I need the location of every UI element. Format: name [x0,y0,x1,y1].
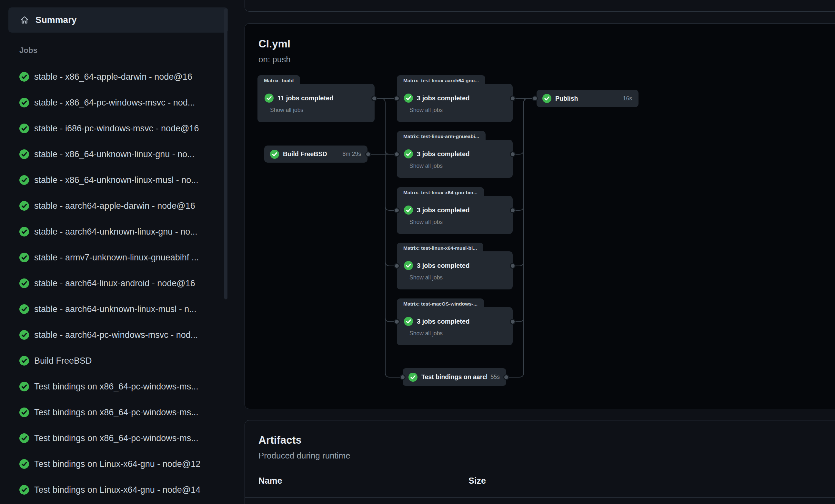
job-label: Test bindings on x86_64-pc-windows-ms... [34,407,199,418]
check-circle-icon [19,149,29,159]
job-label: stable - aarch64-unknown-linux-musl - n.… [34,304,197,314]
check-circle-icon [542,94,551,103]
job-label: stable - i686-pc-windows-msvc - node@16 [34,124,199,134]
node-duration: 8m 29s [343,151,361,158]
check-circle-icon [404,317,413,326]
check-circle-icon [19,201,29,211]
sidebar-job-item[interactable]: Test bindings on x86_64-pc-windows-ms... [0,400,229,425]
node-build-freebsd[interactable]: Build FreeBSD 8m 29s [264,145,367,163]
check-circle-icon [265,94,273,103]
show-all-jobs-link[interactable]: Show all jobs [409,330,443,337]
workflow-graph-card: CI.yml on: push [245,23,835,409]
node-duration: 16s [623,95,632,102]
sidebar-job-item[interactable]: stable - aarch64-linux-android - node@16 [0,270,229,296]
check-circle-icon [19,382,29,391]
sidebar-job-item[interactable]: stable - aarch64-unknown-linux-gnu - no.… [0,219,229,245]
artifacts-title: Artifacts [259,434,302,446]
show-all-jobs-link[interactable]: Show all jobs [409,274,443,281]
run-sidebar: Summary Jobs stable - x86_64-apple-darwi… [0,0,229,504]
check-circle-icon [404,94,413,103]
sidebar-job-item[interactable]: stable - aarch64-apple-darwin - node@16 [0,193,229,219]
sidebar-job-item[interactable]: Test bindings on Linux-x64-gnu - node@12 [0,451,229,477]
job-label: stable - aarch64-apple-darwin - node@16 [34,201,195,211]
check-circle-icon [19,175,29,185]
node-status-text: 3 jobs completed [417,318,469,325]
node-status-text: 3 jobs completed [417,150,469,158]
node-label: Build FreeBSD [283,150,339,158]
job-label: stable - x86_64-unknown-linux-gnu - no..… [34,149,195,159]
show-all-jobs-link[interactable]: Show all jobs [409,107,443,114]
job-label: stable - x86_64-unknown-linux-musl - no.… [34,175,199,185]
check-circle-icon [19,485,29,495]
show-all-jobs-link[interactable]: Show all jobs [409,163,443,169]
node-status-text: 3 jobs completed [417,95,469,102]
check-circle-icon [404,205,413,215]
check-circle-icon [19,72,29,82]
job-label: stable - x86_64-apple-darwin - node@16 [34,72,192,82]
node-matrix-test[interactable]: 3 jobs completed Show all jobs [397,251,513,289]
job-label: Test bindings on x86_64-pc-windows-ms... [34,382,199,392]
sidebar-job-item[interactable]: Test bindings on x86_64-pc-windows-ms... [0,374,229,400]
check-circle-icon [19,330,29,340]
check-circle-icon [19,227,29,237]
node-matrix-test[interactable]: 3 jobs completed Show all jobs [397,196,513,234]
job-label: Test bindings on Linux-x64-gnu - node@14 [34,485,200,495]
show-all-jobs-link[interactable]: Show all jobs [409,219,443,225]
show-all-jobs-link[interactable]: Show all jobs [270,107,303,114]
artifacts-card: Artifacts Produced during runtime Name S… [245,420,835,504]
sidebar-job-item[interactable]: Test bindings on x86_64-pc-windows-ms... [0,425,229,451]
check-circle-icon [270,150,279,159]
sidebar-item-summary[interactable]: Summary [8,7,228,33]
node-label: Test bindings on aarch64... [421,373,487,381]
sidebar-job-item[interactable]: stable - armv7-unknown-linux-gnueabihf .… [0,245,229,270]
job-label: Test bindings on x86_64-pc-windows-ms... [34,434,199,443]
sidebar-job-item[interactable]: stable - x86_64-unknown-linux-musl - no.… [0,167,229,193]
node-publish[interactable]: Publish 16s [536,90,638,107]
check-circle-icon [404,149,413,158]
job-label: stable - aarch64-unknown-linux-gnu - no.… [34,227,198,237]
sidebar-job-item[interactable]: Test bindings on Linux-x64-gnu - node@14 [0,477,229,503]
artifacts-table-divider [245,497,835,498]
sidebar-job-item[interactable]: Build FreeBSD [0,348,229,374]
check-circle-icon [19,356,29,366]
workflow-graph-canvas: Matrix: build 11 jobs completed Show all… [245,23,835,409]
node-label: Publish [555,95,619,102]
artifacts-column-size: Size [468,476,486,486]
sidebar-job-item[interactable]: stable - x86_64-apple-darwin - node@16 [0,64,229,90]
check-circle-icon [19,407,29,417]
graph-edges [245,23,835,409]
sidebar-job-item[interactable]: stable - aarch64-pc-windows-msvc - nod..… [0,322,229,348]
sidebar-job-item[interactable]: stable - aarch64-unknown-linux-musl - n.… [0,296,229,322]
sidebar-job-item[interactable]: stable - i686-pc-windows-msvc - node@16 [0,116,229,141]
node-duration: 55s [491,374,500,380]
job-label: Test bindings on Linux-x64-gnu - node@12 [34,459,200,469]
node-matrix-build[interactable]: 11 jobs completed Show all jobs [258,84,374,122]
summary-label: Summary [36,15,77,25]
check-circle-icon [19,253,29,262]
node-matrix-test[interactable]: 3 jobs completed Show all jobs [397,140,513,178]
check-circle-icon [408,373,418,382]
home-icon [20,16,29,24]
artifacts-column-name: Name [259,476,282,486]
node-test-bindings-aarch64[interactable]: Test bindings on aarch64... 55s [403,368,506,386]
sidebar-job-item[interactable]: stable - x86_64-unknown-linux-gnu - no..… [0,141,229,167]
check-circle-icon [19,434,29,443]
job-label: Build FreeBSD [34,356,92,366]
check-circle-icon [19,459,29,469]
artifacts-subtitle: Produced during runtime [259,451,350,461]
graph-ports [245,23,835,409]
jobs-list: stable - x86_64-apple-darwin - node@16 s… [0,64,229,503]
sidebar-scrollbar-thumb[interactable] [224,8,227,299]
check-circle-icon [19,304,29,314]
node-matrix-test[interactable]: 3 jobs completed Show all jobs [397,84,513,122]
job-label: stable - aarch64-linux-android - node@16 [34,279,195,288]
node-status-text: 3 jobs completed [417,262,469,269]
check-circle-icon [404,261,413,270]
jobs-section-header: Jobs [19,46,37,55]
check-circle-icon [19,279,29,288]
job-label: stable - aarch64-pc-windows-msvc - nod..… [34,330,198,340]
node-matrix-test[interactable]: 3 jobs completed Show all jobs [397,307,513,345]
sidebar-job-item[interactable]: stable - x86_64-pc-windows-msvc - nod... [0,90,229,116]
check-circle-icon [19,124,29,133]
node-status-text: 3 jobs completed [417,206,469,214]
